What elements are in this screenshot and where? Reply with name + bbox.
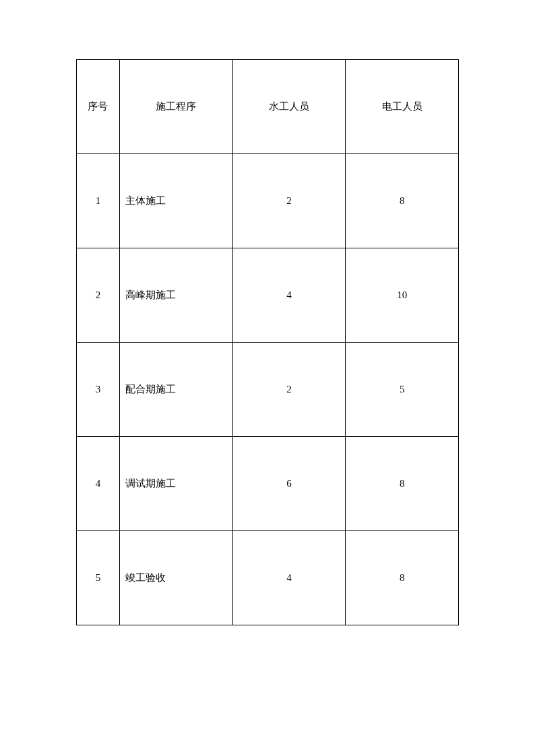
cell-water: 2 xyxy=(232,343,346,437)
cell-proc: 调试期施工 xyxy=(119,437,232,531)
cell-seq: 2 xyxy=(77,248,120,343)
header-seq: 序号 xyxy=(77,60,120,154)
table-row: 2 高峰期施工 4 10 xyxy=(77,248,459,343)
table-header-row: 序号 施工程序 水工人员 电工人员 xyxy=(77,60,459,154)
cell-seq: 1 xyxy=(77,154,120,248)
cell-elec: 8 xyxy=(346,531,459,625)
table-row: 5 竣工验收 4 8 xyxy=(77,531,459,625)
cell-elec: 10 xyxy=(346,248,459,343)
staffing-table: 序号 施工程序 水工人员 电工人员 1 主体施工 2 8 2 高峰期施工 4 1… xyxy=(76,59,459,625)
cell-water: 4 xyxy=(232,248,346,343)
table-row: 1 主体施工 2 8 xyxy=(77,154,459,248)
table-row: 3 配合期施工 2 5 xyxy=(77,343,459,437)
cell-seq: 5 xyxy=(77,531,120,625)
header-elec: 电工人员 xyxy=(346,60,459,154)
cell-elec: 5 xyxy=(346,343,459,437)
cell-water: 4 xyxy=(232,531,346,625)
cell-water: 2 xyxy=(232,154,346,248)
cell-seq: 3 xyxy=(77,343,120,437)
cell-seq: 4 xyxy=(77,437,120,531)
cell-proc: 主体施工 xyxy=(119,154,232,248)
cell-water: 6 xyxy=(232,437,346,531)
header-proc: 施工程序 xyxy=(119,60,232,154)
cell-proc: 高峰期施工 xyxy=(119,248,232,343)
cell-proc: 配合期施工 xyxy=(119,343,232,437)
cell-elec: 8 xyxy=(346,154,459,248)
cell-elec: 8 xyxy=(346,437,459,531)
header-water: 水工人员 xyxy=(232,60,346,154)
cell-proc: 竣工验收 xyxy=(119,531,232,625)
table-row: 4 调试期施工 6 8 xyxy=(77,437,459,531)
